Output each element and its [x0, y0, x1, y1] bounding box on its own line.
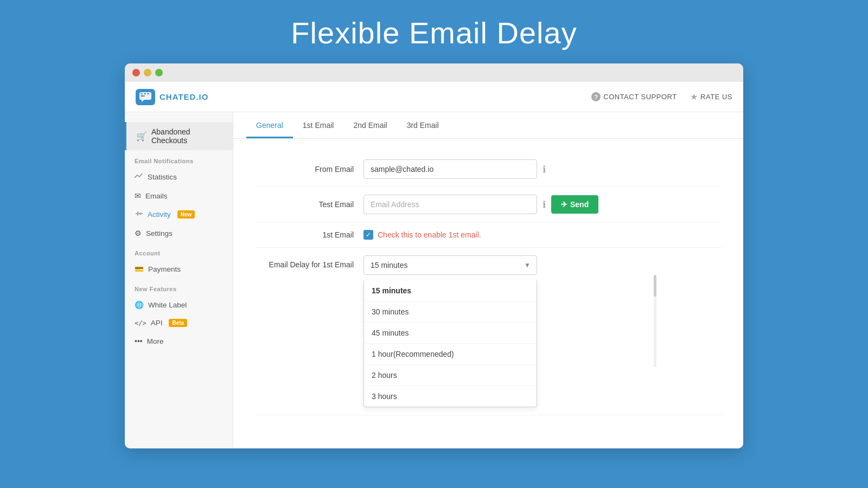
email-delay-1st-select-wrapper: 15 minutes 30 minutes 45 minutes 1 hour(… [363, 255, 537, 275]
question-icon: ? [591, 92, 601, 101]
send-icon: ✈ [561, 200, 567, 209]
first-email-checkbox-area: ✓ Check this to enable 1st email. [363, 230, 481, 240]
dropdown-item-3hours[interactable]: 3 hours [364, 386, 537, 407]
api-beta-badge: Beta [169, 319, 187, 327]
first-email-checkbox[interactable]: ✓ [363, 230, 373, 240]
sidebar: 🛒 Abandoned Checkouts Email Notification… [125, 112, 233, 448]
code-icon: </> [135, 319, 146, 327]
first-email-row: 1st Email ✓ Check this to enable 1st ema… [255, 222, 722, 248]
form-area: From Email ℹ Test Email ℹ ✈ Send [233, 139, 743, 448]
minimize-button[interactable] [144, 69, 151, 76]
email-delay-1st-label: Email Delay for 1st Email [255, 255, 363, 269]
from-email-label: From Email [255, 165, 363, 174]
test-email-label: Test Email [255, 200, 363, 209]
sidebar-item-white-label[interactable]: 🌐 White Label [125, 296, 233, 314]
from-email-input-area: ℹ [363, 159, 722, 179]
payments-icon: 💳 [135, 265, 144, 273]
dropdown-item-1hour[interactable]: 1 hour(Recommeneded) [364, 344, 537, 365]
activity-icon [135, 210, 143, 219]
svg-rect-2 [144, 93, 146, 94]
test-email-row: Test Email ℹ ✈ Send [255, 187, 722, 222]
star-icon: ★ [690, 92, 698, 102]
svg-rect-4 [141, 95, 145, 97]
sidebar-item-statistics[interactable]: Statistics [125, 168, 233, 187]
from-email-row: From Email ℹ [255, 152, 722, 187]
logo-text: CHATED.IO [159, 92, 208, 101]
sidebar-item-emails[interactable]: ✉ Emails [125, 187, 233, 205]
from-email-input[interactable] [363, 159, 537, 179]
dots-icon: ••• [135, 337, 143, 345]
email-delay-1st-select-area: 15 minutes 30 minutes 45 minutes 1 hour(… [363, 255, 722, 407]
envelope-icon: ✉ [135, 191, 141, 200]
email-delay-1st-select[interactable]: 15 minutes 30 minutes 45 minutes 1 hour(… [363, 255, 537, 275]
activity-new-badge: New [177, 210, 195, 219]
tab-1st-email[interactable]: 1st Email [293, 112, 344, 138]
tab-2nd-email[interactable]: 2nd Email [343, 112, 397, 138]
close-button[interactable] [132, 69, 140, 76]
email-notifications-label: Email Notifications [125, 150, 233, 168]
first-email-label: 1st Email [255, 230, 363, 239]
tabs-bar: General 1st Email 2nd Email 3rd Email [233, 112, 743, 139]
svg-rect-1 [141, 93, 143, 94]
gear-icon: ⚙ [135, 229, 142, 237]
dropdown-scrollbar-thumb [654, 275, 656, 297]
first-email-check-label: Check this to enable 1st email. [378, 230, 481, 239]
header-actions: ? CONTACT SUPPORT ★ RATE US [591, 92, 732, 102]
chart-icon [135, 172, 143, 182]
maximize-button[interactable] [155, 69, 163, 76]
contact-support-button[interactable]: ? CONTACT SUPPORT [591, 92, 676, 101]
dropdown-item-2hours[interactable]: 2 hours [364, 365, 537, 386]
test-email-input-area: ℹ ✈ Send [363, 195, 722, 214]
sidebar-item-payments[interactable]: 💳 Payments [125, 260, 233, 278]
sidebar-item-settings[interactable]: ⚙ Settings [125, 224, 233, 242]
dropdown-item-45min[interactable]: 45 minutes [364, 323, 537, 344]
svg-rect-3 [147, 93, 149, 94]
main-content: General 1st Email 2nd Email 3rd Email Fr… [233, 112, 743, 448]
sidebar-item-abandoned-checkouts[interactable]: 🛒 Abandoned Checkouts [125, 122, 233, 150]
svg-marker-5 [142, 100, 144, 102]
dropdown-list[interactable]: 15 minutes 30 minutes 45 minutes 1 hour(… [363, 280, 537, 407]
first-email-check-area: ✓ Check this to enable 1st email. [363, 230, 722, 240]
window-body: 🛒 Abandoned Checkouts Email Notification… [125, 112, 743, 448]
app-header: CHATED.IO ? CONTACT SUPPORT ★ RATE US [125, 82, 743, 112]
logo-area: CHATED.IO [136, 89, 208, 105]
sidebar-item-activity[interactable]: Activity New [125, 205, 233, 224]
test-email-info-icon[interactable]: ℹ [542, 199, 546, 210]
send-button[interactable]: ✈ Send [551, 195, 598, 214]
tab-general[interactable]: General [246, 112, 293, 138]
email-delay-1st-row: Email Delay for 1st Email 15 minutes 30 … [255, 248, 722, 415]
logo-icon [136, 89, 155, 105]
sidebar-item-more[interactable]: ••• More [125, 332, 233, 350]
dropdown-item-15min[interactable]: 15 minutes [364, 280, 537, 301]
sidebar-item-api[interactable]: </> API Beta [125, 314, 233, 332]
from-email-info-icon[interactable]: ℹ [542, 164, 546, 175]
new-features-label: New Features [125, 278, 233, 296]
test-email-input[interactable] [363, 195, 537, 214]
app-window: CHATED.IO ? CONTACT SUPPORT ★ RATE US 🛒 … [125, 63, 743, 448]
dropdown-item-30min[interactable]: 30 minutes [364, 301, 537, 323]
rate-us-button[interactable]: ★ RATE US [690, 92, 732, 102]
window-titlebar [125, 63, 743, 82]
cart-icon: 🛒 [136, 131, 147, 142]
tab-3rd-email[interactable]: 3rd Email [397, 112, 449, 138]
account-label: Account [125, 242, 233, 260]
page-title: Flexible Email Delay [291, 0, 577, 63]
globe-icon: 🌐 [135, 300, 144, 309]
dropdown-scrollbar[interactable] [654, 275, 656, 367]
